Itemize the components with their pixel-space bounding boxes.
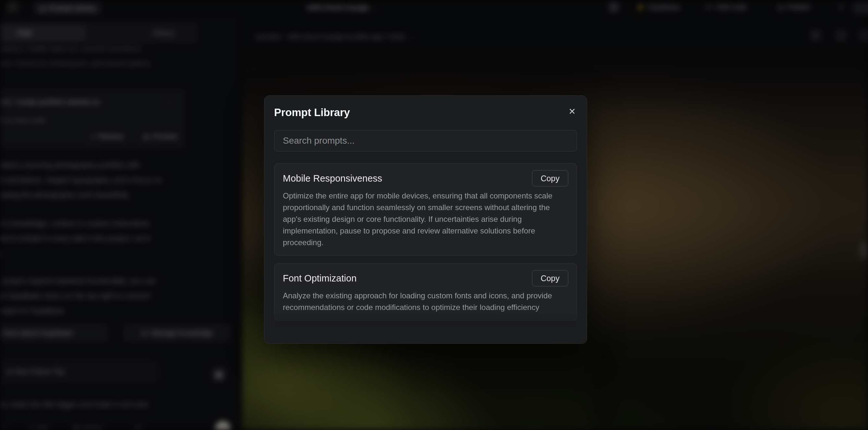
prompt-card: Font Optimization Copy Analyze the exist… xyxy=(274,263,577,321)
prompt-card-partial xyxy=(274,328,577,335)
prompt-description: Optimize the entire app for mobile devic… xyxy=(283,190,568,248)
modal-title: Prompt Library xyxy=(274,106,577,119)
prompt-list: Mobile Responsiveness Copy Optimize the … xyxy=(274,163,577,335)
prompt-description: Analyze the existing approach for loadin… xyxy=(283,290,568,313)
prompt-title: Font Optimization xyxy=(283,273,356,284)
copy-button[interactable]: Copy xyxy=(532,170,568,186)
prompt-card: Mobile Responsiveness Copy Optimize the … xyxy=(274,163,577,256)
copy-button[interactable]: Copy xyxy=(532,270,568,286)
prompt-library-modal: Prompt Library ✕ Mobile Responsiveness C… xyxy=(264,95,587,344)
prompt-title: Mobile Responsiveness xyxy=(283,173,382,184)
search-prompts-input[interactable] xyxy=(274,130,577,151)
close-icon[interactable]: ✕ xyxy=(568,107,576,116)
